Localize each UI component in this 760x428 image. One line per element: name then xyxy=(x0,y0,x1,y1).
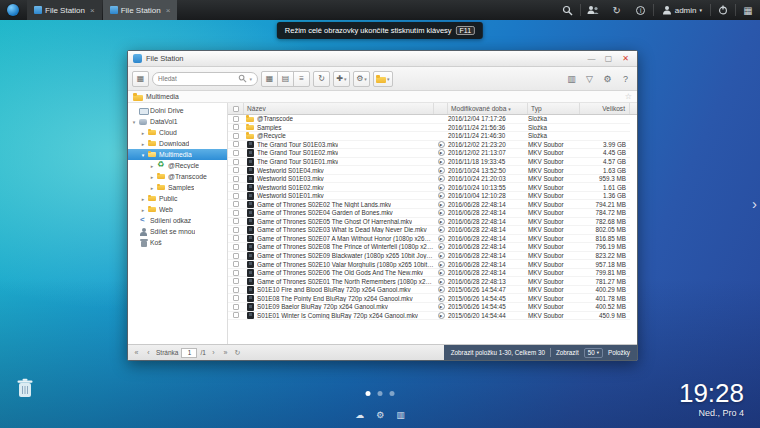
page-input[interactable] xyxy=(181,348,197,358)
row-checkbox[interactable] xyxy=(233,210,239,216)
table-row[interactable]: Westworld S01E03.mkv ▶ 2016/10/24 21:20:… xyxy=(228,175,630,184)
column-type[interactable]: Typ xyxy=(528,103,580,114)
page-size-select[interactable]: 50 ▾ xyxy=(584,348,603,358)
table-row[interactable]: Game of Thrones S02E09 Blackwater (1080p… xyxy=(228,252,630,261)
table-row[interactable]: Game of Thrones S02E02 The Night Lands.m… xyxy=(228,200,630,209)
expand-arrow-icon[interactable]: ▸ xyxy=(149,185,155,191)
refresh-button[interactable]: ↻ xyxy=(313,71,330,87)
detail-view-button[interactable]: ≡ xyxy=(293,71,310,87)
table-row[interactable]: Game of Thrones S02E05 The Ghost Of Harr… xyxy=(228,218,630,227)
expand-arrow-icon[interactable]: ▸ xyxy=(149,174,155,180)
sidebar-item[interactable]: Sdílet se mnou xyxy=(128,226,227,237)
sidebar-item[interactable]: ▸ Download xyxy=(128,138,227,149)
play-icon[interactable]: ▶ xyxy=(438,303,445,310)
table-row[interactable]: Game of Thrones S02E03 What Is Dead May … xyxy=(228,226,630,235)
table-row[interactable]: Samples ▶ 2016/11/24 21:56:36 Složka xyxy=(228,124,630,133)
row-checkbox[interactable] xyxy=(233,295,239,301)
filter-icon[interactable]: ▽ xyxy=(582,74,597,84)
favorite-star-icon[interactable]: ☆ xyxy=(625,92,632,101)
play-icon[interactable]: ▶ xyxy=(438,312,445,319)
row-checkbox[interactable] xyxy=(233,244,239,250)
play-icon[interactable]: ▶ xyxy=(438,235,445,242)
play-icon[interactable]: ▶ xyxy=(438,261,445,268)
close-icon[interactable]: × xyxy=(166,6,171,15)
row-checkbox[interactable] xyxy=(233,201,239,207)
table-row[interactable]: Game of Thrones S02E10 Valar Morghulis (… xyxy=(228,260,630,269)
play-icon[interactable]: ▶ xyxy=(438,141,445,148)
table-row[interactable]: S01E01 Winter Is Coming BluRay 720p x264… xyxy=(228,312,630,321)
dashboard-icon[interactable]: ▦ xyxy=(736,0,760,20)
expand-arrow-icon[interactable]: ▸ xyxy=(140,207,146,213)
table-row[interactable]: @Transcode ▶ 2016/12/04 17:17:26 Složka xyxy=(228,115,630,124)
columns-icon[interactable]: ▥ xyxy=(396,410,405,420)
create-button[interactable]: ✚▾ xyxy=(333,71,350,87)
row-checkbox[interactable] xyxy=(233,261,239,267)
close-icon[interactable]: × xyxy=(90,6,95,15)
sidebar-item[interactable]: ▸ Web xyxy=(128,204,227,215)
play-icon[interactable]: ▶ xyxy=(438,218,445,225)
expand-arrow-icon[interactable]: ▸ xyxy=(149,163,155,169)
play-icon[interactable]: ▶ xyxy=(438,243,445,250)
table-row[interactable]: The Grand Tour S01E01.mkv ▶ 2016/11/18 1… xyxy=(228,158,630,167)
notifications-icon[interactable]: ↻ xyxy=(605,0,629,20)
row-checkbox[interactable] xyxy=(233,304,239,310)
tab-file-station-2[interactable]: File Station × xyxy=(103,0,178,20)
table-row[interactable]: Game of Thrones S02E04 Garden of Bones.m… xyxy=(228,209,630,218)
row-checkbox[interactable] xyxy=(233,278,239,284)
row-checkbox[interactable] xyxy=(233,184,239,190)
page-dot-2[interactable] xyxy=(378,391,383,396)
breadcrumb-folder[interactable]: Multimedia xyxy=(146,93,179,100)
sidebar-item[interactable]: ▸ @Transcode xyxy=(128,171,227,182)
row-checkbox[interactable] xyxy=(233,133,239,139)
close-button[interactable]: ✕ xyxy=(619,52,632,66)
play-icon[interactable]: ▶ xyxy=(438,192,445,199)
power-icon[interactable] xyxy=(711,0,735,20)
column-modified[interactable]: Modifikované doba▾ xyxy=(448,103,528,114)
row-checkbox[interactable] xyxy=(233,150,239,156)
home-grid-button[interactable]: ▦ xyxy=(132,71,149,87)
play-icon[interactable]: ▶ xyxy=(438,269,445,276)
expand-arrow-icon[interactable]: ▾ xyxy=(140,152,146,158)
row-checkbox[interactable] xyxy=(233,218,239,224)
table-row[interactable]: Westworld S01E01.mkv ▶ 2016/10/04 12:10:… xyxy=(228,192,630,201)
row-checkbox[interactable] xyxy=(233,176,239,182)
row-checkbox[interactable] xyxy=(233,235,239,241)
info-icon[interactable]: i xyxy=(629,0,653,20)
list-view-button[interactable]: ▤ xyxy=(277,71,294,87)
expand-arrow-icon[interactable]: ▸ xyxy=(140,130,146,136)
row-checkbox[interactable] xyxy=(233,253,239,259)
last-page-icon[interactable]: » xyxy=(221,349,230,356)
admin-menu[interactable]: admin ▾ xyxy=(654,5,710,15)
window-titlebar[interactable]: File Station — ▢ ✕ xyxy=(128,51,637,67)
table-row[interactable]: S01E08 The Pointy End BluRay 720p x264 G… xyxy=(228,294,630,303)
sidebar-item[interactable]: Koš xyxy=(128,237,227,248)
table-row[interactable]: S01E09 Baelor BluRay 720p x264 Ganool.mk… xyxy=(228,303,630,312)
table-row[interactable]: Game of Thrones S02E08 The Prince of Win… xyxy=(228,243,630,252)
expand-arrow-icon[interactable]: ▸ xyxy=(140,196,146,202)
expand-arrow-icon[interactable]: ▸ xyxy=(140,141,146,147)
row-checkbox[interactable] xyxy=(233,312,239,318)
column-size[interactable]: Velikost xyxy=(580,103,630,114)
table-row[interactable]: Game of Thrones S02E07 A Man Without Hon… xyxy=(228,235,630,244)
help-icon[interactable]: ? xyxy=(618,74,633,84)
column-name[interactable]: Název xyxy=(244,103,434,114)
table-row[interactable]: The Grand Tour S01E03.mkv ▶ 2016/12/02 2… xyxy=(228,141,630,150)
cloud-icon[interactable]: ☁ xyxy=(355,410,364,420)
first-page-icon[interactable]: « xyxy=(132,349,141,356)
minimize-button[interactable]: — xyxy=(585,52,598,66)
play-icon[interactable]: ▶ xyxy=(438,295,445,302)
play-icon[interactable]: ▶ xyxy=(438,184,445,191)
table-row[interactable]: Westworld S01E02.mkv ▶ 2016/10/24 10:13:… xyxy=(228,183,630,192)
copy-move-button[interactable]: ▾ xyxy=(373,71,393,87)
table-row[interactable]: The Grand Tour S01E02.mkv ▶ 2016/12/02 2… xyxy=(228,149,630,158)
row-checkbox[interactable] xyxy=(233,287,239,293)
sidebar-item[interactable]: Dolní Drive xyxy=(128,105,227,116)
layout-icon[interactable]: ▥ xyxy=(564,74,579,84)
row-checkbox[interactable] xyxy=(233,167,239,173)
sidebar-item[interactable]: ▸ Public xyxy=(128,193,227,204)
main-menu-button[interactable] xyxy=(0,0,26,20)
sidebar-item[interactable]: ▸ Samples xyxy=(128,182,227,193)
table-row[interactable]: Westworld S01E04.mkv ▶ 2016/10/24 13:52:… xyxy=(228,166,630,175)
settings-gear-icon[interactable]: ⚙ xyxy=(600,74,615,84)
play-icon[interactable]: ▶ xyxy=(438,149,445,156)
